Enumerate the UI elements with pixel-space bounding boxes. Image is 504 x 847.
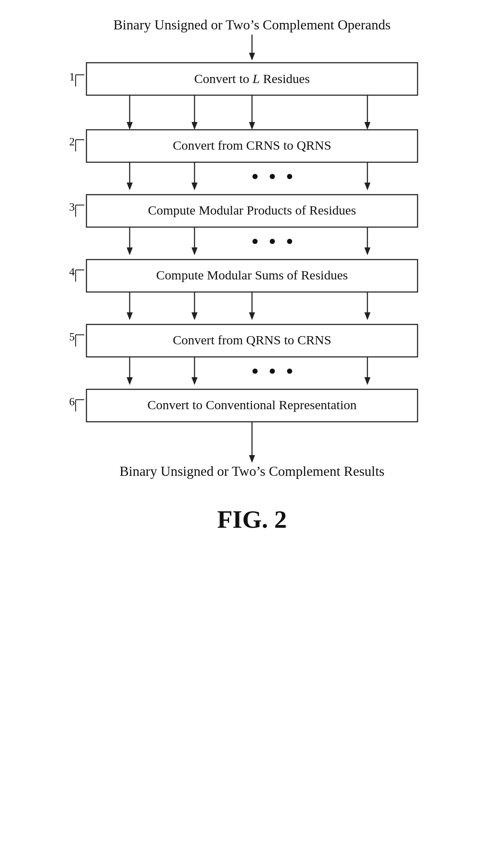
svg-point-58 — [287, 369, 292, 374]
bracket-4-num: 4 — [69, 266, 75, 278]
box-3-text: Compute Modular Products of Residues — [148, 203, 356, 217]
bracket-1-num: 1 — [69, 71, 75, 83]
top-label: Binary Unsigned or Two’s Complement Oper… — [113, 17, 391, 32]
svg-point-21 — [252, 174, 258, 179]
svg-point-56 — [252, 369, 258, 374]
box-4-text: Compute Modular Sums of Residues — [156, 268, 348, 282]
bracket-6-num: 6 — [69, 395, 75, 408]
svg-point-34 — [270, 239, 275, 244]
svg-point-57 — [270, 369, 275, 374]
bracket-2-num: 2 — [69, 135, 75, 148]
box-5-text: Convert from QRNS to CRNS — [173, 333, 332, 347]
svg-point-35 — [287, 239, 292, 244]
main-diagram-svg: Binary Unsigned or Two’s Complement Oper… — [0, 0, 504, 847]
svg-point-23 — [287, 174, 292, 179]
box-6-text: Convert to Conventional Representation — [147, 398, 357, 412]
svg-point-22 — [270, 174, 275, 179]
box-1-text: Convert to L Residues — [194, 71, 310, 86]
fig-label: FIG. 2 — [217, 505, 287, 533]
bottom-label: Binary Unsigned or Two’s Complement Resu… — [119, 463, 384, 479]
box-2-text: Convert from CRNS to QRNS — [173, 138, 332, 152]
bracket-5-num: 5 — [69, 330, 75, 343]
bracket-3-num: 3 — [69, 201, 75, 213]
svg-point-33 — [252, 239, 258, 244]
